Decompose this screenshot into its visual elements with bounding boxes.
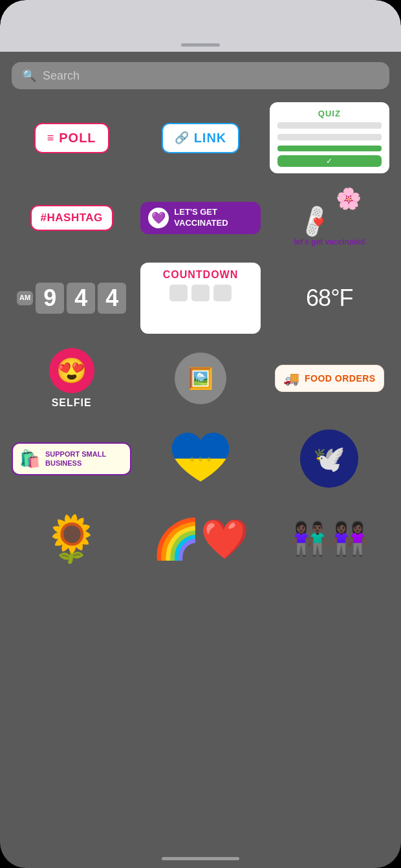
time-sticker-inner: AM 9 4 4 bbox=[17, 283, 126, 314]
phone-frame: 🔍 ≡ POLL 🔗 LINK QUIZ bbox=[0, 0, 401, 868]
vaccinated-small-text: let's get vaccinated bbox=[294, 237, 365, 246]
quiz-label: QUIZ bbox=[277, 109, 382, 118]
ukraine-heart-svg: ⚘ ⚘ ⚘ bbox=[171, 433, 230, 484]
sticker-sunflower[interactable]: 🌻 bbox=[12, 503, 131, 574]
bag-icon: 🛍️ bbox=[19, 449, 40, 469]
selfie-sticker-inner: 😍 SELFIE bbox=[49, 348, 94, 409]
bottom-row: 🌻 🌈❤️ 👫🏿👭🏿 bbox=[12, 503, 389, 574]
sticker-selfie[interactable]: 😍 SELFIE bbox=[12, 343, 131, 414]
sticker-food-orders[interactable]: 🚚 FOOD ORDERS bbox=[270, 343, 389, 414]
vaccine-icon: 💜 bbox=[148, 208, 169, 228]
quiz-bar-3 bbox=[277, 146, 382, 152]
dove-sticker-inner: 🕊️ bbox=[300, 429, 358, 488]
search-bar[interactable]: 🔍 bbox=[12, 62, 389, 89]
sticker-vaccine[interactable]: 💜 LET'S GET VACCINATED bbox=[140, 182, 260, 254]
countdown-box-1 bbox=[169, 285, 188, 301]
top-bar bbox=[0, 0, 401, 52]
countdown-sticker-inner: COUNTDOWN bbox=[140, 263, 260, 334]
hashtag-sticker-inner: #HASHTAG bbox=[30, 205, 113, 231]
sticker-ukraine-heart[interactable]: ⚘ ⚘ ⚘ bbox=[140, 423, 260, 494]
truck-icon: 🚚 bbox=[283, 371, 299, 386]
search-input[interactable] bbox=[43, 69, 379, 83]
time-hour: 9 bbox=[36, 283, 64, 314]
time-min2: 4 bbox=[98, 283, 126, 314]
quiz-check: ✓ bbox=[277, 155, 382, 167]
vaccine-sticker-inner: 💜 LET'S GET VACCINATED bbox=[140, 202, 260, 234]
selfie-icon: 😍 bbox=[49, 348, 94, 393]
quiz-bar-1 bbox=[277, 122, 382, 129]
sticker-people[interactable]: 👫🏿👭🏿 bbox=[270, 503, 389, 574]
countdown-box-3 bbox=[213, 285, 232, 301]
countdown-boxes bbox=[148, 285, 252, 301]
flower-emoji: 🌸 bbox=[336, 186, 362, 211]
food-label: FOOD ORDERS bbox=[305, 373, 376, 384]
home-bar bbox=[0, 849, 401, 868]
quiz-sticker-inner: QUIZ ✓ bbox=[270, 102, 389, 173]
food-sticker-inner: 🚚 FOOD ORDERS bbox=[275, 365, 384, 392]
sticker-vaccinated-img[interactable]: 🌸 🩹 ❤️ let's get vaccinated bbox=[270, 182, 389, 254]
sticker-poll[interactable]: ≡ POLL bbox=[12, 102, 131, 173]
countdown-label: COUNTDOWN bbox=[148, 269, 252, 281]
sticker-hashtag[interactable]: #HASHTAG bbox=[12, 182, 131, 254]
sticker-link[interactable]: 🔗 LINK bbox=[140, 102, 260, 173]
countdown-box-2 bbox=[191, 285, 210, 301]
dove-icon: 🕊️ bbox=[313, 444, 345, 474]
link-icon: 🔗 bbox=[175, 131, 189, 145]
sticker-countdown[interactable]: COUNTDOWN bbox=[140, 263, 260, 334]
poll-label: POLL bbox=[59, 131, 96, 146]
support-sticker-inner: 🛍️ SUPPORT SMALL BUSINESS bbox=[12, 442, 131, 475]
support-text: SUPPORT SMALL BUSINESS bbox=[45, 450, 124, 468]
rainbow-heart-icon: 🌈❤️ bbox=[152, 516, 249, 562]
sunflower-icon: 🌻 bbox=[43, 512, 100, 565]
link-label: LINK bbox=[194, 131, 227, 146]
search-icon: 🔍 bbox=[22, 69, 36, 83]
sticker-rainbow-heart[interactable]: 🌈❤️ bbox=[140, 503, 260, 574]
sticker-panel: 🔍 ≡ POLL 🔗 LINK QUIZ bbox=[0, 52, 401, 849]
quiz-bar-2 bbox=[277, 134, 382, 140]
svg-text:⚘ ⚘ ⚘: ⚘ ⚘ ⚘ bbox=[189, 456, 212, 464]
photo-sticker-inner: 🖼️ bbox=[175, 353, 226, 404]
sticker-support[interactable]: 🛍️ SUPPORT SMALL BUSINESS bbox=[12, 423, 131, 494]
sticker-time[interactable]: AM 9 4 4 bbox=[12, 263, 131, 334]
time-ampm: AM bbox=[17, 291, 33, 305]
home-indicator bbox=[162, 857, 239, 860]
drag-handle bbox=[181, 43, 220, 47]
sticker-photo[interactable]: 🖼️ bbox=[140, 343, 260, 414]
svg-rect-0 bbox=[172, 433, 230, 459]
time-min1: 4 bbox=[67, 283, 95, 314]
vaccine-text: LET'S GET VACCINATED bbox=[174, 207, 252, 229]
bandage-area: 🌸 🩹 ❤️ bbox=[300, 190, 358, 235]
sticker-peace-dove[interactable]: 🕊️ bbox=[270, 423, 389, 494]
link-sticker-inner: 🔗 LINK bbox=[162, 123, 240, 153]
photo-icon: 🖼️ bbox=[188, 366, 213, 391]
poll-sticker-inner: ≡ POLL bbox=[34, 123, 109, 153]
people-icon: 👫🏿👭🏿 bbox=[289, 520, 369, 558]
heart-on-bandage: ❤️ bbox=[313, 217, 324, 227]
sticker-quiz[interactable]: QUIZ ✓ bbox=[270, 102, 389, 173]
sticker-grid: ≡ POLL 🔗 LINK QUIZ ✓ bbox=[12, 102, 389, 494]
poll-icon: ≡ bbox=[47, 131, 54, 145]
selfie-label: SELFIE bbox=[52, 397, 92, 409]
vaccinated-img-inner: 🌸 🩹 ❤️ let's get vaccinated bbox=[270, 182, 389, 254]
hashtag-label: #HASHTAG bbox=[41, 212, 103, 224]
sticker-temp[interactable]: 68°F bbox=[270, 263, 389, 334]
temp-label: 68°F bbox=[306, 285, 352, 312]
